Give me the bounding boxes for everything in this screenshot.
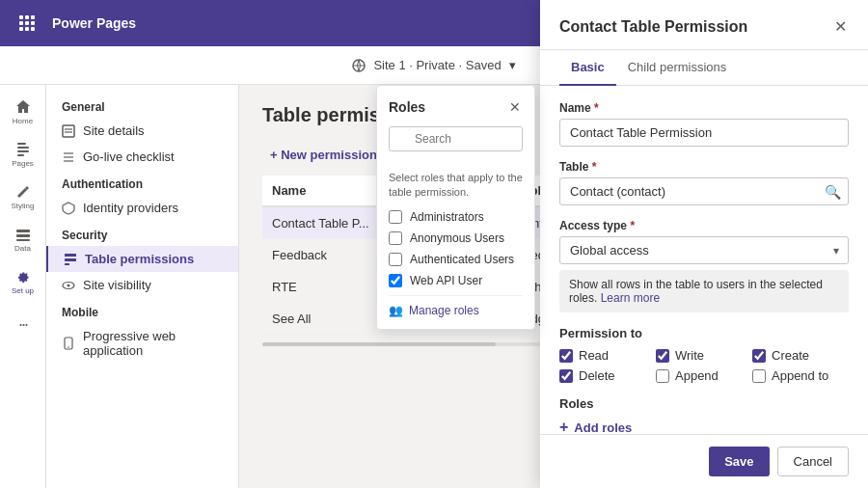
roles-popup-close-button[interactable]: ✕: [507, 97, 523, 117]
tab-child-permissions[interactable]: Child permissions: [616, 50, 739, 86]
perm-read-checkbox[interactable]: [559, 349, 573, 363]
perm-create[interactable]: Create: [752, 348, 849, 363]
site-icon: [352, 59, 366, 72]
svg-rect-10: [17, 143, 26, 145]
name-label: Name *: [559, 101, 849, 115]
name-field-group: Name *: [559, 101, 849, 147]
access-type-field-group: Access type * Global access Account acce…: [559, 219, 849, 312]
col-name: Name: [262, 176, 393, 206]
sidebar: General Site details Go-live checklist A…: [46, 85, 239, 488]
side-panel-tabs: Basic Child permissions: [540, 50, 868, 86]
svg-rect-13: [17, 154, 24, 156]
side-panel-close-button[interactable]: ✕: [832, 15, 849, 38]
perm-read[interactable]: Read: [559, 348, 656, 363]
manage-roles-icon: 👥: [389, 304, 403, 317]
perm-append[interactable]: Append: [656, 368, 752, 383]
sidebar-item-site-details[interactable]: Site details: [46, 118, 238, 144]
perm-write-checkbox[interactable]: [656, 349, 669, 363]
sidebar-rail-more[interactable]: ···: [4, 305, 42, 343]
svg-point-27: [68, 284, 70, 286]
svg-rect-23: [65, 254, 76, 257]
sidebar-rail-setup[interactable]: Set up: [4, 262, 42, 301]
grid-icon[interactable]: [12, 8, 42, 39]
roles-section: Roles + Add roles Web API User ⋯: [559, 396, 849, 434]
table-input-wrapper: 🔍: [559, 177, 849, 205]
svg-rect-3: [19, 21, 23, 25]
sidebar-rail-data[interactable]: Data: [4, 220, 42, 258]
perm-write[interactable]: Write: [656, 348, 752, 363]
access-type-select-wrapper: Global access Account access Self access…: [559, 236, 849, 264]
sidebar-rail-home[interactable]: Home: [4, 93, 42, 131]
perm-delete[interactable]: Delete: [559, 368, 656, 383]
save-button[interactable]: Save: [709, 447, 769, 476]
sidebar-icon-rail: Home Pages Styling Data Set up ···: [0, 85, 46, 488]
svg-rect-8: [31, 27, 35, 31]
row-name: Feedback: [262, 239, 393, 271]
perm-append-to[interactable]: Append to: [752, 368, 849, 383]
svg-rect-4: [25, 21, 29, 25]
role-item-anonymous[interactable]: Anonymous Users: [389, 231, 523, 245]
role-item-webapi[interactable]: Web API User: [389, 274, 523, 287]
manage-roles-link[interactable]: 👥 Manage roles: [389, 295, 523, 317]
side-panel-body: Name * Table * 🔍 Access type * Global: [540, 86, 868, 434]
svg-point-29: [68, 346, 69, 348]
site-label: Site 1 · Private · Saved: [373, 58, 501, 72]
app-title: Power Pages: [52, 15, 532, 31]
svg-rect-25: [65, 263, 69, 265]
cancel-button[interactable]: Cancel: [777, 447, 849, 476]
roles-search-input[interactable]: [389, 126, 523, 151]
roles-description: Select roles that apply to the table per…: [389, 171, 523, 201]
add-roles-plus-icon: +: [559, 419, 568, 434]
sidebar-item-site-visibility[interactable]: Site visibility: [46, 272, 238, 298]
svg-rect-7: [25, 27, 29, 31]
permission-to-title: Permission to: [559, 326, 849, 340]
name-required: *: [594, 101, 599, 115]
sidebar-content: General Site details Go-live checklist A…: [46, 85, 238, 371]
sidebar-item-golive[interactable]: Go-live checklist: [46, 144, 238, 170]
add-roles-button[interactable]: + Add roles: [559, 419, 632, 434]
tab-basic[interactable]: Basic: [559, 50, 616, 86]
table-input[interactable]: [559, 177, 849, 205]
role-checkbox-administrators[interactable]: [389, 210, 402, 224]
svg-rect-16: [16, 239, 30, 241]
svg-rect-24: [65, 258, 76, 261]
name-input[interactable]: [559, 119, 849, 147]
svg-rect-0: [19, 15, 23, 19]
new-permission-button[interactable]: + New permission: [262, 142, 385, 168]
permission-to-section: Permission to Read Write Create Delete: [559, 326, 849, 383]
perm-create-checkbox[interactable]: [752, 349, 766, 363]
role-checkbox-anonymous[interactable]: [389, 231, 402, 245]
table-field-group: Table * 🔍: [559, 160, 849, 205]
svg-rect-5: [31, 21, 35, 25]
role-item-authenticated[interactable]: Authenticated Users: [389, 253, 523, 266]
side-panel-title: Contact Table Permission: [559, 18, 747, 36]
svg-rect-2: [31, 15, 35, 19]
sidebar-section-security: Security: [46, 221, 238, 246]
svg-rect-6: [19, 27, 23, 31]
sidebar-item-pwa[interactable]: Progressive web application: [46, 323, 238, 364]
row-name: Contact Table P...: [262, 206, 393, 239]
side-panel-header: Contact Table Permission ✕: [540, 0, 868, 50]
perm-append-to-checkbox[interactable]: [752, 369, 766, 383]
role-item-administrators[interactable]: Administrators: [389, 210, 523, 224]
sidebar-rail-styling[interactable]: Styling: [4, 177, 42, 216]
side-panel-footer: Save Cancel: [540, 434, 868, 488]
sidebar-item-identity[interactable]: Identity providers: [46, 195, 238, 221]
access-type-select[interactable]: Global access Account access Self access…: [559, 236, 849, 264]
access-type-required: *: [630, 219, 635, 232]
table-required: *: [592, 160, 597, 174]
role-checkbox-webapi[interactable]: [389, 274, 402, 287]
learn-more-link[interactable]: Learn more: [601, 291, 660, 305]
svg-rect-17: [63, 125, 74, 137]
row-name: RTE: [262, 271, 393, 303]
role-checkbox-authenticated[interactable]: [389, 253, 402, 266]
site-dropdown-icon[interactable]: ▾: [509, 58, 516, 72]
roles-section-title: Roles: [559, 396, 849, 411]
svg-rect-11: [17, 147, 29, 149]
sidebar-item-table-perms[interactable]: Table permissions: [46, 246, 238, 272]
perm-append-checkbox[interactable]: [656, 369, 669, 383]
svg-rect-1: [25, 15, 29, 19]
roles-search-wrapper: 🔍: [389, 126, 523, 161]
perm-delete-checkbox[interactable]: [559, 369, 573, 383]
sidebar-rail-pages[interactable]: Pages: [4, 135, 42, 174]
